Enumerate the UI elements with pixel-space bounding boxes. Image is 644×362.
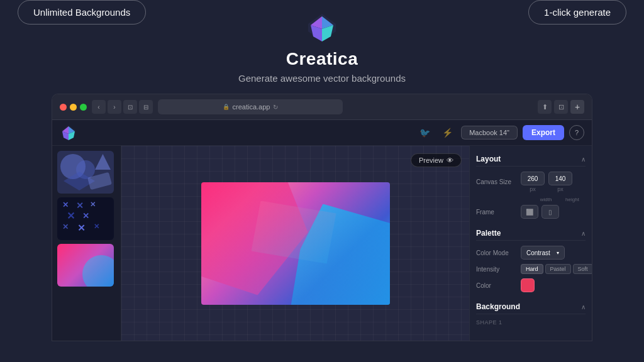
palette-section: Palette ∧ Color Mode Contrast ▾ Intensit… — [476, 226, 586, 292]
canvas-art — [201, 182, 390, 305]
address-bar[interactable]: 🔒 creatica.app ↻ — [158, 99, 343, 114]
help-button[interactable]: ? — [569, 125, 584, 140]
bolt-icon-button[interactable]: ⚡ — [438, 124, 456, 141]
frame-label: Frame — [476, 209, 517, 216]
thumbnail-2[interactable]: ✕ ✕ ✕ ✕ ✕ ✕ ✕ ✕ — [57, 197, 114, 240]
preview-badge[interactable]: Preview 👁 — [411, 153, 462, 167]
thumbnails-panel: ✕ ✕ ✕ ✕ ✕ ✕ ✕ ✕ — [52, 146, 121, 341]
intensity-soft-option[interactable]: Soft — [573, 264, 592, 274]
intensity-options: Hard Pastel Soft — [521, 264, 592, 274]
height-sub-label: height — [560, 197, 584, 202]
hero-section: Unlimited Backgrounds 1-click generate C… — [0, 0, 644, 341]
intensity-label: Intensity — [476, 266, 517, 273]
palette-title: Palette — [476, 229, 501, 238]
browser-chrome-bar: ‹ › ⊡ ⊟ 🔒 creatica.app ↻ ⬆ ⊡ + — [52, 94, 592, 120]
browser-forward-button[interactable]: › — [108, 100, 121, 114]
canvas-width-input[interactable]: 260 — [521, 172, 545, 185]
height-unit: px — [557, 186, 564, 192]
intensity-hard-option[interactable]: Hard — [521, 264, 543, 274]
app-title: Creatica — [286, 49, 358, 69]
right-panel: Layout ∧ Canvas Size 260 px 140 px — [469, 146, 592, 341]
thumbnail-1[interactable] — [57, 151, 114, 194]
background-section: Background ∧ SHAPE 1 — [476, 300, 586, 326]
browser-action-buttons: ⬆ ⊡ + — [538, 100, 584, 114]
palette-section-header: Palette ∧ — [476, 226, 586, 241]
frame-options: ⬜ ▯ — [521, 205, 559, 219]
preview-label: Preview — [419, 156, 443, 164]
export-button[interactable]: Export — [523, 125, 564, 140]
browser-mockup: ‹ › ⊡ ⊟ 🔒 creatica.app ↻ ⬆ ⊡ + — [52, 94, 592, 341]
canvas-frame — [201, 182, 390, 305]
eye-icon: 👁 — [447, 156, 453, 164]
layout-title: Layout — [476, 155, 501, 163]
app-content: ✕ ✕ ✕ ✕ ✕ ✕ ✕ ✕ — [52, 146, 592, 341]
lock-icon: 🔒 — [223, 104, 230, 110]
thumb-art-geometric — [57, 151, 114, 194]
layout-section: Layout ∧ Canvas Size 260 px 140 px — [476, 152, 586, 219]
app-logo-small — [60, 124, 77, 141]
color-label: Color — [476, 282, 517, 289]
shape-sublabel: SHAPE 1 — [476, 319, 502, 326]
layout-chevron-icon[interactable]: ∧ — [581, 156, 586, 163]
layout-section-header: Layout ∧ — [476, 152, 586, 167]
color-swatch[interactable] — [521, 278, 535, 292]
shape-label-row: SHAPE 1 — [476, 319, 586, 326]
intensity-pastel-option[interactable]: Pastel — [545, 264, 571, 274]
minimize-traffic-light[interactable] — [70, 104, 77, 111]
background-title: Background — [476, 302, 520, 311]
frame-portrait-option[interactable]: ▯ — [541, 205, 559, 219]
background-chevron-icon[interactable]: ∧ — [581, 304, 586, 310]
browser-tab-button[interactable]: ⊟ — [139, 100, 153, 114]
frame-row: Frame ⬜ ▯ — [476, 205, 586, 219]
twitter-icon-button[interactable]: 🐦 — [416, 124, 433, 141]
frame-landscape-option[interactable]: ⬜ — [521, 205, 538, 219]
app-logo-icon — [306, 11, 338, 44]
canvas-size-label: Canvas Size — [476, 178, 517, 185]
canvas-size-row: Canvas Size 260 px 140 px — [476, 172, 586, 192]
color-mode-value: Contrast — [526, 250, 550, 256]
color-mode-row: Color Mode Contrast ▾ — [476, 246, 586, 260]
palette-chevron-icon[interactable]: ∧ — [581, 230, 586, 237]
device-selector[interactable]: Macbook 14" — [461, 126, 518, 140]
browser-nav-buttons: ‹ › ⊡ ⊟ — [92, 100, 153, 114]
width-sub-label: width — [534, 197, 558, 202]
browser-back-button[interactable]: ‹ — [92, 100, 106, 114]
maximize-traffic-light[interactable] — [80, 104, 87, 111]
url-text: creatica.app — [233, 103, 270, 111]
thumb-art-cross: ✕ ✕ ✕ ✕ ✕ ✕ ✕ ✕ — [57, 197, 114, 240]
width-unit: px — [530, 186, 536, 192]
share-button[interactable]: ⬆ — [538, 100, 552, 114]
color-mode-dropdown[interactable]: Contrast ▾ — [521, 246, 565, 260]
app-subtitle: Generate awesome vector backgrounds — [238, 73, 406, 84]
one-click-generate-button[interactable]: 1-click generate — [528, 0, 626, 25]
close-traffic-light[interactable] — [60, 104, 67, 111]
thumbnail-3[interactable] — [57, 244, 114, 287]
color-row: Color — [476, 278, 586, 292]
intensity-row: Intensity Hard Pastel Soft — [476, 264, 586, 274]
background-section-header: Background ∧ — [476, 300, 586, 314]
traffic-lights — [60, 104, 87, 111]
dropdown-chevron-icon: ▾ — [557, 250, 559, 256]
browser-window-button[interactable]: ⊡ — [123, 100, 137, 114]
canvas-height-input[interactable]: 140 — [548, 172, 572, 185]
canvas-area: Preview 👁 — [121, 146, 469, 341]
unlimited-backgrounds-button[interactable]: Unlimited Backgrounds — [18, 0, 146, 25]
app-toolbar: 🐦 ⚡ Macbook 14" Export ? — [52, 120, 592, 146]
color-mode-label: Color Mode — [476, 250, 517, 256]
refresh-icon: ↻ — [273, 104, 278, 111]
new-tab-button[interactable]: + — [570, 100, 584, 114]
browser-extra-button[interactable]: ⊡ — [554, 100, 568, 114]
